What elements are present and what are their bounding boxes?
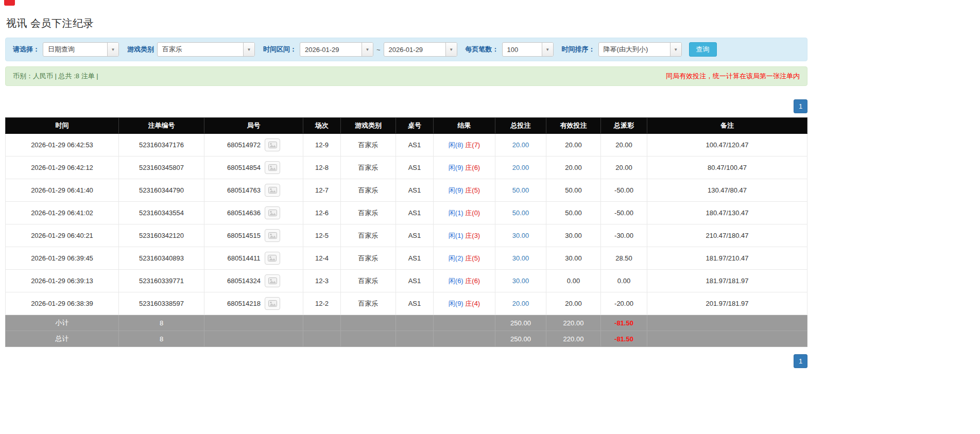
table-row: 2026-01-29 06:38:39523160338597680514218…: [6, 292, 807, 315]
cell-table-no: AS1: [396, 292, 434, 315]
cell-session: 12-3: [303, 270, 341, 292]
cell-table-no: AS1: [396, 270, 434, 292]
round-result-icon: [268, 232, 277, 239]
total-bet-link[interactable]: 30.00: [512, 232, 529, 239]
pagination-bottom: 1: [5, 354, 807, 368]
footer-label: 小计: [6, 315, 119, 331]
cell-round-id: 680514763: [204, 179, 303, 202]
column-header: 游戏类别: [341, 118, 396, 134]
result-player: 闲(9): [449, 186, 463, 194]
cell-payout: -50.00: [601, 179, 647, 202]
round-result-button[interactable]: [265, 297, 280, 310]
round-result-button[interactable]: [265, 138, 280, 151]
date-to-select[interactable]: 2026-01-29 ▼: [384, 42, 457, 57]
round-result-button[interactable]: [265, 184, 280, 197]
cell-note: 181.97/181.97: [647, 270, 807, 292]
game-type-label: 游戏类别: [127, 45, 154, 54]
column-header: 时间: [6, 118, 119, 134]
cell-valid-bet: 20.00: [546, 134, 601, 157]
round-result-button[interactable]: [265, 161, 280, 174]
table-row: 2026-01-29 06:42:12523160345807680514854…: [6, 157, 807, 179]
table-header-row: 时间注单编号局号场次游戏类别桌号结果总投注有效投注总派彩备注: [6, 118, 807, 134]
round-result-icon: [268, 187, 277, 194]
round-result-button[interactable]: [265, 229, 280, 242]
footer-empty: [303, 315, 341, 331]
footer-count: 8: [119, 315, 204, 331]
page-size-select[interactable]: 100 ▼: [502, 42, 554, 57]
time-sort-value: 降幂(由大到小): [599, 45, 670, 54]
cell-table-no: AS1: [396, 179, 434, 202]
cell-time: 2026-01-29 06:41:40: [6, 179, 119, 202]
footer-valid-bet: 220.00: [546, 315, 601, 331]
cell-table-no: AS1: [396, 134, 434, 157]
pagination-page-button[interactable]: 1: [794, 354, 807, 368]
cell-note: 100.47/120.47: [647, 134, 807, 157]
cell-time: 2026-01-29 06:39:45: [6, 247, 119, 270]
result-player: 闲(8): [449, 141, 463, 149]
round-result-button[interactable]: [265, 206, 280, 219]
cell-total-bet: 20.00: [495, 292, 546, 315]
cell-time: 2026-01-29 06:42:12: [6, 157, 119, 179]
pagination-page-button[interactable]: 1: [794, 99, 807, 113]
cell-result: 闲(9) 庄(5): [434, 179, 495, 202]
footer-empty: [204, 315, 303, 331]
round-result-button[interactable]: [265, 274, 280, 287]
page-size-value: 100: [503, 46, 542, 54]
total-bet-link[interactable]: 20.00: [512, 164, 529, 171]
filter-bar: 请选择： 日期查询 ▼ 游戏类别 百家乐 ▼ 时间区间： 2026-01-29 …: [5, 38, 807, 61]
cell-table-no: AS1: [396, 202, 434, 224]
column-header: 总派彩: [601, 118, 647, 134]
cell-total-bet: 30.00: [495, 270, 546, 292]
cell-bet-id: 523160344790: [119, 179, 204, 202]
column-header: 局号: [204, 118, 303, 134]
summary-note: 同局有效投注，统一计算在该局第一张注单内: [666, 72, 800, 81]
footer-empty: [341, 331, 396, 347]
round-number: 680514972: [227, 141, 261, 149]
search-button[interactable]: 查询: [689, 42, 717, 57]
cell-payout: 28.50: [601, 247, 647, 270]
result-player: 闲(1): [449, 209, 463, 217]
footer-empty: [396, 331, 434, 347]
total-bet-link[interactable]: 20.00: [512, 141, 529, 149]
column-header: 场次: [303, 118, 341, 134]
total-bet-link[interactable]: 50.00: [512, 209, 529, 217]
table-row: 2026-01-29 06:41:40523160344790680514763…: [6, 179, 807, 202]
round-result-button[interactable]: [265, 252, 280, 265]
cell-valid-bet: 50.00: [546, 179, 601, 202]
table-row: 2026-01-29 06:39:13523160339771680514324…: [6, 270, 807, 292]
cell-note: 201.97/181.97: [647, 292, 807, 315]
cell-valid-bet: 30.00: [546, 247, 601, 270]
cell-bet-id: 523160343554: [119, 202, 204, 224]
cell-note: 130.47/80.47: [647, 179, 807, 202]
total-bet-link[interactable]: 30.00: [512, 254, 529, 262]
cell-session: 12-5: [303, 224, 341, 247]
summary-bar: 币别：人民币 | 总共 :8 注单 | 同局有效投注，统一计算在该局第一张注单内: [5, 66, 807, 86]
time-sort-select[interactable]: 降幂(由大到小) ▼: [598, 42, 682, 57]
cell-valid-bet: 20.00: [546, 157, 601, 179]
footer-empty: [341, 315, 396, 331]
cell-round-id: 680514411: [204, 247, 303, 270]
footer-label: 总计: [6, 331, 119, 347]
logo-fragment: [4, 0, 15, 6]
footer-empty: [647, 315, 807, 331]
total-bet-link[interactable]: 50.00: [512, 186, 529, 194]
cell-payout: -20.00: [601, 292, 647, 315]
summary-currency-count: 币别：人民币 | 总共 :8 注单 |: [13, 72, 98, 81]
cell-result: 闲(9) 庄(4): [434, 292, 495, 315]
result-banker: 庄(0): [465, 209, 480, 217]
cell-game-type: 百家乐: [341, 157, 396, 179]
cell-result: 闲(1) 庄(3): [434, 224, 495, 247]
query-type-label: 请选择：: [13, 45, 40, 54]
round-number: 680514324: [227, 277, 261, 285]
total-bet-link[interactable]: 30.00: [512, 277, 529, 285]
date-from-select[interactable]: 2026-01-29 ▼: [300, 42, 373, 57]
cell-valid-bet: 50.00: [546, 202, 601, 224]
game-type-select[interactable]: 百家乐 ▼: [157, 42, 255, 57]
cell-round-id: 680514854: [204, 157, 303, 179]
footer-empty: [204, 331, 303, 347]
cell-game-type: 百家乐: [341, 247, 396, 270]
total-bet-link[interactable]: 20.00: [512, 300, 529, 307]
table-row: 2026-01-29 06:41:02523160343554680514636…: [6, 202, 807, 224]
total-row: 总计8250.00220.00-81.50: [6, 331, 807, 347]
query-type-select[interactable]: 日期查询 ▼: [43, 42, 119, 57]
